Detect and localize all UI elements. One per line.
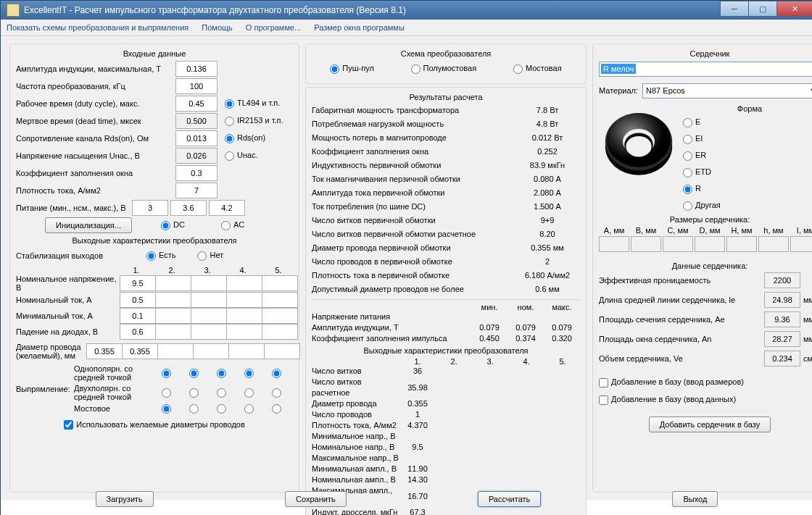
material-select[interactable]: N87 Epcos (642, 83, 812, 99)
close-button[interactable]: ✕ (776, 1, 812, 17)
shape-Другая[interactable]: Другая (683, 201, 721, 211)
out-3-0[interactable] (120, 324, 156, 340)
topology-bridge[interactable]: Мостовая (513, 64, 562, 74)
out-0-1[interactable] (155, 275, 191, 291)
rect-r0c2[interactable] (217, 369, 226, 378)
wire-5[interactable] (264, 343, 300, 359)
rect-r1c3[interactable] (244, 388, 254, 398)
rect-r2c1[interactable] (189, 404, 199, 414)
rect-r1c4[interactable] (272, 388, 281, 398)
rect-r0c1[interactable] (189, 369, 199, 378)
ac-radio[interactable]: AC (221, 220, 244, 230)
dim-1[interactable] (631, 236, 661, 252)
out-1-1[interactable] (155, 292, 191, 308)
init-button[interactable]: Инициализация... (45, 217, 132, 233)
out-1-3[interactable] (226, 292, 262, 308)
wire-1[interactable] (122, 343, 158, 359)
dim-3[interactable] (695, 236, 725, 252)
shape-ETD[interactable]: ETD (683, 167, 711, 177)
shape-R[interactable]: R (683, 184, 701, 194)
rect-r1c1[interactable] (189, 388, 199, 398)
rect-r2c4[interactable] (272, 404, 281, 414)
wire-4[interactable] (228, 343, 265, 359)
in-val-0[interactable] (175, 61, 218, 77)
out-0-2[interactable] (191, 275, 227, 291)
use-wire-checkbox[interactable]: Использовать желаемые диаметры проводов (64, 420, 245, 430)
calculate-button[interactable]: Рассчитать (478, 491, 541, 507)
in-val-5[interactable] (175, 148, 218, 164)
coredata-0[interactable] (764, 272, 800, 288)
coredata-3[interactable] (764, 331, 800, 347)
power-nom[interactable] (170, 200, 207, 216)
coredata-2[interactable] (764, 311, 800, 327)
shape-ER[interactable]: ER (683, 151, 706, 161)
outchar2-header: Выходные характеристики преобразователя (312, 344, 580, 357)
out-2-1[interactable] (155, 308, 191, 324)
save-button[interactable]: Сохранить (285, 491, 347, 507)
minimize-button[interactable]: ─ (720, 1, 749, 17)
rect-r1c2[interactable] (217, 388, 226, 398)
dc-radio[interactable]: DC (161, 220, 185, 230)
in-radio-2[interactable]: TL494 и т.п. (225, 99, 280, 109)
dim-5[interactable] (758, 236, 789, 252)
rect-r2c0[interactable] (162, 404, 171, 414)
dim-0[interactable] (599, 236, 629, 252)
in-val-2[interactable] (175, 96, 218, 112)
out-0-4[interactable] (262, 275, 298, 291)
shape-EI[interactable]: EI (683, 134, 703, 144)
rect-r0c4[interactable] (272, 369, 281, 378)
menu-help[interactable]: Помощь (202, 23, 233, 32)
in-val-3[interactable] (175, 113, 218, 129)
in-val-1[interactable] (175, 78, 218, 94)
wire-3[interactable] (193, 343, 229, 359)
maximize-button[interactable]: ▢ (748, 1, 777, 17)
rect-r2c3[interactable] (244, 404, 254, 414)
power-min[interactable] (132, 200, 168, 216)
menu-windowsize[interactable]: Размер окна программы (314, 23, 405, 32)
coredata-4[interactable] (764, 351, 800, 367)
add-db-data-checkbox[interactable]: Добавление в базу (ввод данных) (599, 395, 736, 405)
rect-r1c0[interactable] (162, 388, 171, 398)
out-2-0[interactable] (120, 308, 156, 324)
add-db-size-checkbox[interactable]: Добавление в базу (ввод размеров) (599, 377, 744, 388)
in-radio-5[interactable]: Uнас. (225, 151, 258, 161)
menu-about[interactable]: О программе... (246, 23, 301, 32)
rect-r0c0[interactable] (162, 369, 171, 378)
rect-r2c2[interactable] (217, 404, 226, 414)
dim-6[interactable] (790, 236, 812, 252)
out-3-4[interactable] (262, 324, 298, 340)
in-radio-4[interactable]: Rds(on) (225, 133, 265, 143)
menu-schemes[interactable]: Показать схемы преобразования и выпрямле… (7, 23, 188, 32)
wire-0[interactable] (86, 343, 123, 359)
stab-yes[interactable]: Есть (146, 251, 175, 261)
out-0-0[interactable] (120, 275, 156, 291)
power-max[interactable] (209, 200, 245, 216)
out-1-4[interactable] (262, 292, 298, 308)
topology-pushpull[interactable]: Пуш-пул (330, 64, 374, 74)
stab-no[interactable]: Нет (197, 251, 223, 261)
out-2-2[interactable] (191, 308, 227, 324)
in-val-6[interactable] (175, 165, 218, 181)
out-3-1[interactable] (155, 324, 191, 340)
out-1-2[interactable] (191, 292, 227, 308)
rect-r0c3[interactable] (244, 369, 254, 378)
dim-4[interactable] (726, 236, 757, 252)
core-select[interactable]: R мелоч ▼ (599, 62, 812, 77)
coredata-1[interactable] (764, 292, 800, 308)
out-1-0[interactable] (120, 292, 156, 308)
out-3-3[interactable] (226, 324, 262, 340)
shape-E[interactable]: E (683, 117, 700, 127)
exit-button[interactable]: Выход (672, 491, 718, 507)
in-radio-3[interactable]: IR2153 и т.п. (225, 116, 283, 126)
in-val-7[interactable] (175, 183, 218, 198)
out-2-4[interactable] (262, 308, 298, 324)
load-button[interactable]: Загрузить (96, 491, 154, 507)
out-0-3[interactable] (226, 275, 262, 291)
topology-halfbridge[interactable]: Полумостовая (411, 64, 477, 74)
wire-2[interactable] (157, 343, 194, 359)
out-2-3[interactable] (226, 308, 262, 324)
out-3-2[interactable] (191, 324, 227, 340)
dim-2[interactable] (663, 236, 693, 252)
add-core-button[interactable]: Добавить сердечник в базу (649, 416, 771, 432)
in-val-4[interactable] (175, 130, 218, 146)
